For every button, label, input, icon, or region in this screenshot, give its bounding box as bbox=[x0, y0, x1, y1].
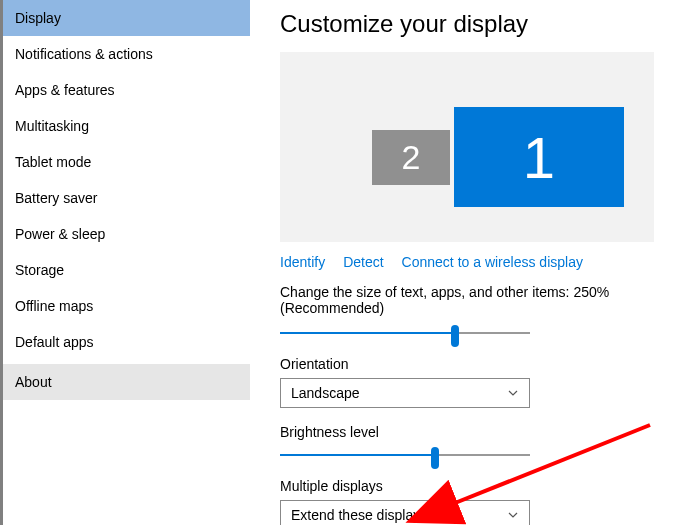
detect-link[interactable]: Detect bbox=[343, 254, 383, 270]
sidebar-item-about[interactable]: About bbox=[3, 364, 250, 400]
sidebar-item-maps[interactable]: Offline maps bbox=[3, 288, 250, 324]
sidebar-item-display[interactable]: Display bbox=[3, 0, 250, 36]
brightness-slider[interactable] bbox=[280, 446, 530, 464]
brightness-label: Brightness level bbox=[280, 424, 654, 440]
sidebar-item-notifications[interactable]: Notifications & actions bbox=[3, 36, 250, 72]
sidebar-item-power[interactable]: Power & sleep bbox=[3, 216, 250, 252]
settings-sidebar: Display Notifications & actions Apps & f… bbox=[0, 0, 250, 525]
display-arrangement-panel[interactable]: 2 1 bbox=[280, 52, 654, 242]
sidebar-item-defaultapps[interactable]: Default apps bbox=[3, 324, 250, 360]
sidebar-item-tablet[interactable]: Tablet mode bbox=[3, 144, 250, 180]
scale-slider[interactable] bbox=[280, 324, 530, 342]
monitor-1[interactable]: 1 bbox=[454, 107, 624, 207]
sidebar-item-battery[interactable]: Battery saver bbox=[3, 180, 250, 216]
orientation-select[interactable]: Landscape bbox=[280, 378, 530, 408]
sidebar-item-storage[interactable]: Storage bbox=[3, 252, 250, 288]
sidebar-item-multitasking[interactable]: Multitasking bbox=[3, 108, 250, 144]
orientation-label: Orientation bbox=[280, 356, 654, 372]
chevron-down-icon bbox=[507, 509, 519, 521]
sidebar-item-apps[interactable]: Apps & features bbox=[3, 72, 250, 108]
monitor-2[interactable]: 2 bbox=[372, 130, 450, 185]
multiple-displays-label: Multiple displays bbox=[280, 478, 654, 494]
orientation-value: Landscape bbox=[291, 385, 360, 401]
identify-link[interactable]: Identify bbox=[280, 254, 325, 270]
multiple-displays-select[interactable]: Extend these displays bbox=[280, 500, 530, 525]
chevron-down-icon bbox=[507, 387, 519, 399]
page-title: Customize your display bbox=[280, 10, 654, 38]
main-content: Customize your display 2 1 Identify Dete… bbox=[250, 0, 674, 525]
wireless-display-link[interactable]: Connect to a wireless display bbox=[402, 254, 583, 270]
scale-label: Change the size of text, apps, and other… bbox=[280, 284, 654, 316]
multiple-displays-value: Extend these displays bbox=[291, 507, 427, 523]
